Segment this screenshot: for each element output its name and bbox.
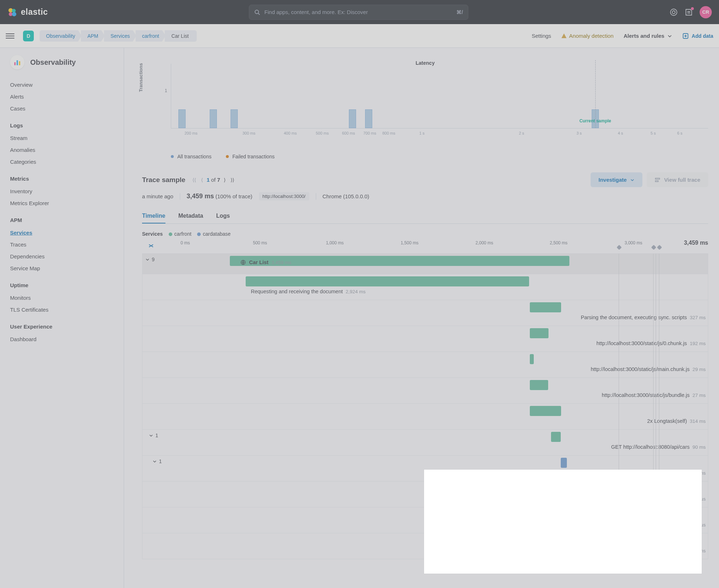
tab-timeline[interactable]: Timeline — [142, 209, 165, 223]
span-bar[interactable] — [530, 380, 548, 390]
anomaly-detection-link[interactable]: Anomaly detection — [561, 33, 613, 39]
sidebar-item-anomalies[interactable]: Anomalies — [10, 144, 114, 156]
svc-carfront[interactable]: carfront — [169, 231, 191, 237]
wf-span-row[interactable]: http://localhost:3000/static/js/0.chunk.… — [142, 326, 708, 352]
span-bar[interactable] — [246, 276, 529, 286]
span-bar[interactable] — [564, 484, 566, 494]
crumb-services[interactable]: Services — [104, 30, 136, 42]
pager-first[interactable]: ⟨⟨ — [191, 176, 197, 184]
wf-span-row[interactable]: 1 HTTP 2xx RepositoryEntityController#ge… — [142, 455, 708, 481]
sidebar-item-dependencies[interactable]: Dependencies — [10, 250, 114, 262]
span-bar[interactable] — [530, 354, 534, 364]
sidebar-group-title: APM — [10, 217, 114, 223]
chevron-down-icon[interactable]: 1 — [153, 458, 162, 464]
svg-line-5 — [258, 13, 260, 15]
hist-ylabel: Transactions — [138, 63, 144, 92]
wf-span-row[interactable]: 9Car List 3,459 ms — [142, 254, 708, 274]
wf-span-row[interactable]: http://localhost:3000/static/js/bundle.j… — [142, 377, 708, 403]
svc-cardatabase[interactable]: cardatabase — [197, 231, 231, 237]
elastic-logo[interactable]: elastic — [7, 7, 48, 17]
pager-prev[interactable]: ⟨ — [200, 176, 204, 184]
svg-rect-13 — [655, 181, 658, 182]
span-label: Parsing the document, executing sync. sc… — [581, 315, 706, 320]
wf-span-row[interactable]: Parsing the document, executing sync. sc… — [142, 300, 708, 326]
sub-header: D Observability APM Services carfront Ca… — [0, 24, 719, 48]
span-bar[interactable] — [530, 302, 561, 312]
sidebar: Observability OverviewAlertsCasesLogsStr… — [0, 48, 124, 588]
crumb-observability[interactable]: Observability — [40, 30, 82, 42]
news-icon[interactable] — [684, 8, 693, 17]
sidebar-item-service-map[interactable]: Service Map — [10, 262, 114, 274]
nav-toggle-icon[interactable] — [6, 32, 14, 40]
crumb-carfront[interactable]: carfront — [136, 30, 165, 42]
wf-span-row[interactable]: Requesting and receiving the document 2,… — [142, 274, 708, 300]
span-label: Fire "DOMContentLoaded" event 1,000 µs — [608, 522, 706, 528]
span-bar[interactable] — [561, 535, 565, 546]
span-bar[interactable] — [561, 510, 563, 520]
wf-span-row[interactable]: http://localhost:3000/static/js/main.chu… — [142, 352, 708, 377]
span-bar[interactable] — [530, 328, 549, 338]
trace-icon — [655, 177, 660, 183]
user-avatar[interactable]: CR — [700, 6, 712, 18]
legend-failed[interactable]: Failed transactions — [226, 154, 275, 159]
span-label: http://localhost:3000/static/js/0.chunk.… — [596, 340, 706, 346]
chevron-down-icon[interactable]: 9 — [145, 257, 155, 262]
alerts-rules-dropdown[interactable]: Alerts and rules — [624, 33, 672, 39]
hist-bar[interactable] — [231, 109, 238, 128]
trace-url-pill[interactable]: http://localhost:3000/ — [259, 192, 309, 200]
svg-rect-11 — [19, 61, 21, 65]
sidebar-item-traces[interactable]: Traces — [10, 239, 114, 250]
latency-histogram: Transactions 1 200 ms 300 ms 400 ms 500 … — [142, 60, 708, 143]
sidebar-item-overview[interactable]: Overview — [10, 79, 114, 91]
chevron-down-icon[interactable]: 1 — [149, 433, 158, 438]
sidebar-item-cases[interactable]: Cases — [10, 103, 114, 114]
svg-rect-9 — [14, 62, 16, 65]
hist-bar[interactable] — [349, 109, 356, 128]
hist-bar[interactable] — [210, 109, 217, 128]
sidebar-item-services[interactable]: Services — [10, 227, 114, 239]
span-bar[interactable] — [530, 406, 561, 416]
wf-span-row[interactable]: 2x Longtask(self) 314 ms — [142, 403, 708, 429]
wf-span-row[interactable]: Fire "DOMContentLoaded" event 1,000 µs — [142, 507, 708, 533]
sidebar-item-alerts[interactable]: Alerts — [10, 91, 114, 103]
search-kbd: ⌘/ — [456, 9, 463, 15]
hist-plot[interactable]: 1 200 ms 300 ms 400 ms 500 ms 600 ms 700… — [171, 64, 708, 128]
sidebar-group-title: Uptime — [10, 282, 114, 288]
wf-ruler: 0 ms 500 ms 1,000 ms 1,500 ms 2,000 ms 2… — [142, 240, 708, 253]
svg-point-3 — [12, 12, 16, 16]
crumb-apm[interactable]: APM — [81, 30, 105, 42]
tab-logs[interactable]: Logs — [216, 209, 230, 223]
help-icon[interactable] — [669, 8, 678, 17]
tab-metadata[interactable]: Metadata — [178, 209, 203, 223]
span-label: SELECT FROM car 980 µs — [634, 496, 706, 502]
wf-span-row[interactable]: 1 GET http://localhost:8080/api/cars 90 … — [142, 429, 708, 455]
hist-legend: All transactions Failed transactions — [171, 154, 708, 159]
view-full-trace-button[interactable]: View full trace — [647, 172, 708, 187]
sidebar-item-metrics-explorer[interactable]: Metrics Explorer — [10, 197, 114, 209]
sidebar-item-categories[interactable]: Categories — [10, 156, 114, 168]
pager-next[interactable]: ⟩ — [222, 176, 227, 184]
span-bar[interactable] — [551, 432, 560, 442]
logo-text: elastic — [21, 7, 48, 17]
wf-span-row[interactable]: GET http://localhost:3000/sockjs-node/in… — [142, 533, 708, 559]
hist-bar[interactable] — [365, 109, 372, 128]
sidebar-item-monitors[interactable]: Monitors — [10, 292, 114, 304]
sidebar-item-tls-certificates[interactable]: TLS Certificates — [10, 304, 114, 316]
sidebar-item-dashboard[interactable]: Dashboard — [10, 333, 114, 345]
hist-bar[interactable] — [178, 109, 186, 128]
legend-all[interactable]: All transactions — [171, 154, 211, 159]
observability-icon — [10, 55, 24, 69]
wf-services-legend: Services carfront cardatabase — [142, 231, 708, 237]
settings-link[interactable]: Settings — [532, 33, 551, 39]
space-badge[interactable]: D — [23, 31, 34, 41]
sidebar-item-inventory[interactable]: Inventory — [10, 185, 114, 197]
investigate-button[interactable]: Investigate — [591, 172, 642, 187]
pager-last[interactable]: ⟩⟩ — [229, 176, 236, 184]
global-search[interactable]: Find apps, content, and more. Ex: Discov… — [249, 5, 468, 20]
add-data-button[interactable]: Add data — [682, 33, 713, 39]
sidebar-item-stream[interactable]: Stream — [10, 132, 114, 144]
collapse-all-icon[interactable] — [148, 243, 154, 249]
span-bar[interactable] — [561, 458, 567, 468]
elastic-logo-icon — [7, 7, 17, 17]
wf-span-row[interactable]: SELECT FROM car 980 µs — [142, 481, 708, 507]
